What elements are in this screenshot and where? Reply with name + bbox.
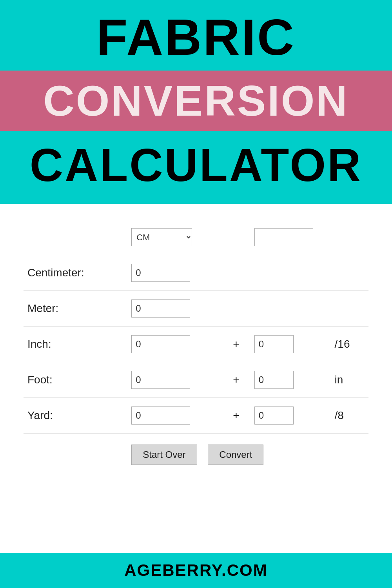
footer: AGEBERRY.COM: [0, 553, 392, 588]
yard-fraction-input[interactable]: [254, 407, 294, 425]
foot-suffix: in: [331, 362, 368, 398]
inch-input-cell: [127, 327, 222, 362]
meter-secondary-spacer: [250, 291, 331, 327]
centimeter-plus-spacer: [222, 255, 250, 291]
unit-select-cell: CM IN M YD: [127, 220, 222, 255]
inch-plus: +: [222, 327, 250, 362]
foot-plus: +: [222, 362, 250, 398]
centimeter-suffix-spacer: [331, 255, 368, 291]
footer-site-name: AGEBERRY.COM: [124, 561, 267, 580]
foot-label: Foot:: [24, 362, 127, 398]
yard-row: Yard: + /8: [24, 398, 368, 434]
centimeter-input-cell: [127, 255, 222, 291]
unit-plus-spacer: [222, 220, 250, 255]
yard-input-cell: [127, 398, 222, 434]
convert-button[interactable]: Convert: [208, 445, 263, 465]
meter-row: Meter:: [24, 291, 368, 327]
yard-plus: +: [222, 398, 250, 434]
title-fabric: FABRIC: [96, 0, 296, 71]
yard-secondary-input-cell: [250, 398, 331, 434]
meter-input-cell: [127, 291, 222, 327]
inch-row: Inch: + /16: [24, 327, 368, 362]
inch-input[interactable]: [131, 335, 190, 353]
meter-plus-spacer: [222, 291, 250, 327]
unit-suffix-spacer: [331, 220, 368, 255]
buttons-label-cell: [24, 434, 127, 469]
calculator-section: CM IN M YD Centimeter:: [0, 204, 392, 553]
unit-label-cell: [24, 220, 127, 255]
yard-suffix: /8: [331, 398, 368, 434]
inch-fraction-input[interactable]: [254, 335, 294, 353]
calculator-table: CM IN M YD Centimeter:: [24, 220, 368, 469]
foot-secondary-input-cell: [250, 362, 331, 398]
foot-input-cell: [127, 362, 222, 398]
title-calculator: CALCULATOR: [30, 131, 362, 204]
centimeter-label: Centimeter:: [24, 255, 127, 291]
centimeter-row: Centimeter:: [24, 255, 368, 291]
centimeter-secondary-spacer: [250, 255, 331, 291]
unit-input-cell: [250, 220, 331, 255]
unit-select[interactable]: CM IN M YD: [131, 228, 192, 246]
buttons-cell: Start Over Convert: [127, 434, 368, 469]
foot-inches-input[interactable]: [254, 371, 294, 389]
unit-value-input[interactable]: [254, 228, 313, 246]
centimeter-input[interactable]: [131, 264, 190, 282]
conversion-bar: CONVERSION: [0, 71, 392, 131]
header: FABRIC CONVERSION CALCULATOR: [0, 0, 392, 204]
yard-label: Yard:: [24, 398, 127, 434]
start-over-button[interactable]: Start Over: [131, 445, 197, 465]
meter-input[interactable]: [131, 299, 190, 318]
title-conversion: CONVERSION: [0, 79, 392, 122]
buttons-row: Start Over Convert: [24, 434, 368, 469]
foot-input[interactable]: [131, 371, 190, 389]
inch-secondary-input-cell: [250, 327, 331, 362]
meter-label: Meter:: [24, 291, 127, 327]
foot-row: Foot: + in: [24, 362, 368, 398]
yard-input[interactable]: [131, 407, 190, 425]
meter-suffix-spacer: [331, 291, 368, 327]
unit-row: CM IN M YD: [24, 220, 368, 255]
inch-suffix: /16: [331, 327, 368, 362]
inch-label: Inch:: [24, 327, 127, 362]
